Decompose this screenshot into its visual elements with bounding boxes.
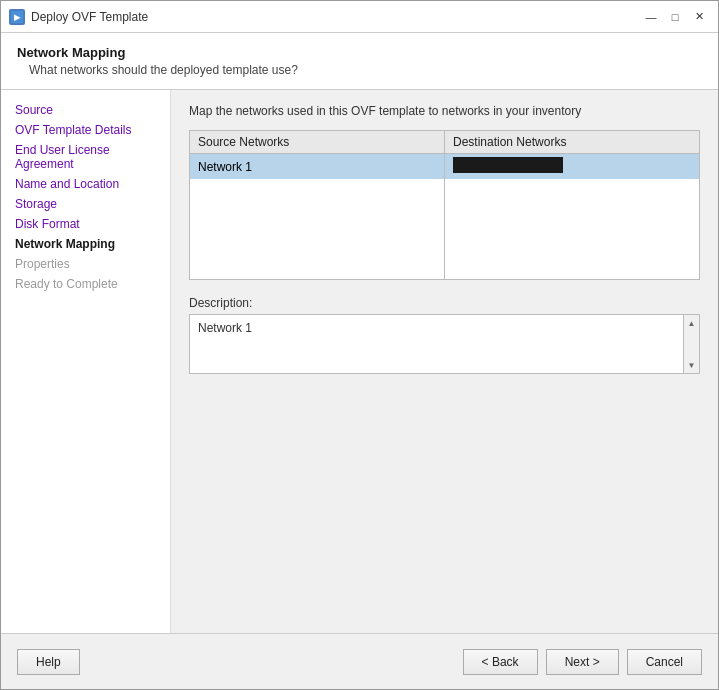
footer: Help < Back Next > Cancel xyxy=(1,633,718,689)
minimize-button[interactable]: — xyxy=(640,6,662,28)
main-content: Map the networks used in this OVF templa… xyxy=(171,90,718,633)
footer-right: < Back Next > Cancel xyxy=(463,649,702,675)
destination-network-cell[interactable] xyxy=(445,154,700,180)
scroll-up-arrow[interactable]: ▲ xyxy=(684,315,700,331)
sidebar-item-ready-to-complete: Ready to Complete xyxy=(1,274,170,294)
empty-row-4 xyxy=(190,239,699,259)
description-text: Network 1 xyxy=(198,321,252,335)
deploy-ovf-window: ▶ Deploy OVF Template — □ ✕ Network Mapp… xyxy=(0,0,719,690)
empty-row-3 xyxy=(190,219,699,239)
description-section: Description: Network 1 ▲ ▼ xyxy=(189,296,700,374)
col-destination-networks: Destination Networks xyxy=(445,131,700,154)
footer-left: Help xyxy=(17,649,463,675)
empty-row-1 xyxy=(190,179,699,199)
sidebar-item-ovf-template-details[interactable]: OVF Template Details xyxy=(1,120,170,140)
instruction-text: Map the networks used in this OVF templa… xyxy=(189,104,700,118)
source-network-cell: Network 1 xyxy=(190,154,445,180)
description-box: Network 1 ▲ ▼ xyxy=(189,314,700,374)
back-button[interactable]: < Back xyxy=(463,649,538,675)
page-title: Network Mapping xyxy=(17,45,702,60)
close-button[interactable]: ✕ xyxy=(688,6,710,28)
col-source-networks: Source Networks xyxy=(190,131,445,154)
sidebar-item-source[interactable]: Source xyxy=(1,100,170,120)
window-icon: ▶ xyxy=(9,9,25,25)
sidebar-item-properties: Properties xyxy=(1,254,170,274)
sidebar-item-disk-format[interactable]: Disk Format xyxy=(1,214,170,234)
sidebar-item-end-user-license-agreement[interactable]: End User License Agreement xyxy=(1,140,170,174)
description-scrollbar: ▲ ▼ xyxy=(683,315,699,373)
sidebar-item-storage[interactable]: Storage xyxy=(1,194,170,214)
empty-row-2 xyxy=(190,199,699,219)
table-row[interactable]: Network 1 xyxy=(190,154,699,180)
network-table: Source Networks Destination Networks Net… xyxy=(190,131,699,279)
destination-value xyxy=(453,157,563,173)
empty-row-5 xyxy=(190,259,699,279)
cancel-button[interactable]: Cancel xyxy=(627,649,702,675)
maximize-button[interactable]: □ xyxy=(664,6,686,28)
help-button[interactable]: Help xyxy=(17,649,80,675)
sidebar-item-network-mapping: Network Mapping xyxy=(1,234,170,254)
sidebar: Source OVF Template Details End User Lic… xyxy=(1,90,171,633)
page-subtitle: What networks should the deployed templa… xyxy=(29,63,702,77)
svg-text:▶: ▶ xyxy=(14,13,21,22)
title-bar: ▶ Deploy OVF Template — □ ✕ xyxy=(1,1,718,33)
window-title: Deploy OVF Template xyxy=(31,10,640,24)
network-table-container: Source Networks Destination Networks Net… xyxy=(189,130,700,280)
description-label: Description: xyxy=(189,296,700,310)
scroll-down-arrow[interactable]: ▼ xyxy=(684,357,700,373)
next-button[interactable]: Next > xyxy=(546,649,619,675)
content-area: Source OVF Template Details End User Lic… xyxy=(1,90,718,633)
sidebar-item-name-and-location[interactable]: Name and Location xyxy=(1,174,170,194)
header: Network Mapping What networks should the… xyxy=(1,33,718,90)
window-controls: — □ ✕ xyxy=(640,6,710,28)
